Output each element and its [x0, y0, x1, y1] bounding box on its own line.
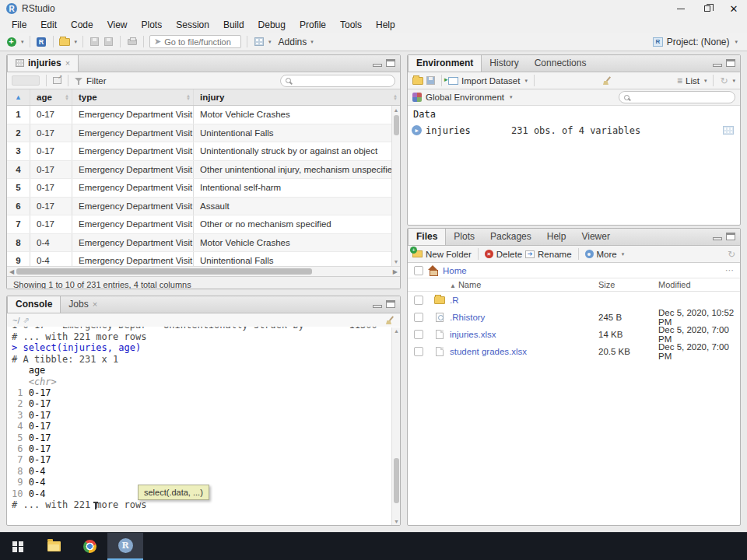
- file-checkbox[interactable]: [414, 313, 423, 322]
- menu-edit[interactable]: Edit: [33, 17, 64, 33]
- environment-entry[interactable]: ▶injuries231 obs. of 4 variables: [408, 122, 740, 138]
- print-button[interactable]: [126, 36, 138, 47]
- taskbar-file-explorer[interactable]: [36, 533, 72, 560]
- refresh-dropdown[interactable]: ▾: [732, 78, 735, 84]
- scroll-right-icon[interactable]: ▶: [393, 268, 398, 275]
- rename-button[interactable]: ➔ Rename: [525, 250, 571, 259]
- menu-code[interactable]: Code: [64, 17, 100, 33]
- taskbar-chrome[interactable]: [72, 533, 107, 560]
- refresh-files-icon[interactable]: ↻: [728, 249, 735, 260]
- column-header-size[interactable]: Size: [598, 280, 658, 289]
- tab-console[interactable]: Console: [7, 296, 61, 313]
- menu-debug[interactable]: Debug: [251, 17, 293, 33]
- column-header-injury[interactable]: injury▲▼: [194, 89, 400, 105]
- menu-profile[interactable]: Profile: [293, 17, 333, 33]
- list-view-dropdown[interactable]: ▾: [704, 78, 707, 84]
- file-name-link[interactable]: .R: [450, 296, 459, 305]
- scroll-up-icon[interactable]: ▲: [394, 328, 399, 334]
- column-header-name[interactable]: ▲Name: [450, 280, 598, 289]
- menu-session[interactable]: Session: [169, 17, 216, 33]
- console-output[interactable]: 1 0-17 Emergency Depar~ Unintentionally …: [7, 327, 400, 509]
- menu-tools[interactable]: Tools: [333, 17, 369, 33]
- goto-directory-icon[interactable]: ⇗: [23, 316, 29, 324]
- tab-viewer[interactable]: Viewer: [573, 228, 617, 245]
- file-checkbox[interactable]: [414, 330, 423, 339]
- scope-dropdown-caret[interactable]: ▾: [510, 94, 513, 100]
- menu-plots[interactable]: Plots: [135, 17, 170, 33]
- file-name-link[interactable]: injuries.xlsx: [450, 330, 496, 339]
- column-header-modified[interactable]: Modified: [658, 280, 740, 289]
- breadcrumb-home-link[interactable]: Home: [443, 266, 467, 275]
- import-dataset-dropdown[interactable]: ▾: [524, 78, 528, 84]
- open-in-window-icon[interactable]: [53, 77, 61, 84]
- save-workspace-icon[interactable]: [426, 76, 435, 85]
- file-checkbox[interactable]: [414, 347, 423, 356]
- clear-environment-icon[interactable]: [603, 76, 612, 85]
- open-file-dropdown[interactable]: ▾: [75, 39, 78, 45]
- scrollbar-thumb[interactable]: [16, 268, 312, 275]
- tab-help[interactable]: Help: [539, 228, 574, 245]
- scrollbar-thumb[interactable]: [394, 115, 399, 135]
- addins-button[interactable]: Addins: [279, 37, 307, 47]
- tab-jobs[interactable]: Jobs×: [61, 296, 105, 313]
- scrollbar-thumb[interactable]: [394, 458, 399, 503]
- clear-console-icon[interactable]: [386, 316, 395, 324]
- new-file-dropdown[interactable]: ▾: [21, 39, 24, 45]
- save-button[interactable]: [89, 36, 100, 47]
- open-file-button[interactable]: [59, 36, 71, 47]
- viewer-search-input[interactable]: [294, 76, 384, 86]
- goto-file-input[interactable]: [164, 37, 234, 47]
- tab-files[interactable]: Files: [408, 228, 446, 245]
- close-tab-icon[interactable]: ×: [93, 296, 97, 313]
- column-header-age[interactable]: age▲▼: [30, 89, 72, 105]
- viewer-vertical-scrollbar[interactable]: ▲ ▼: [391, 106, 400, 266]
- minimize-pane-button[interactable]: [373, 64, 382, 67]
- load-workspace-icon[interactable]: [412, 77, 423, 85]
- close-tab-icon[interactable]: ×: [65, 54, 70, 72]
- path-options-icon[interactable]: ⋯: [725, 265, 734, 275]
- delete-button[interactable]: × Delete: [485, 250, 522, 259]
- minimize-pane-button[interactable]: [713, 237, 722, 240]
- menu-file[interactable]: File: [5, 17, 33, 33]
- minimize-pane-button[interactable]: [713, 64, 722, 67]
- column-header-type[interactable]: type▲▼: [72, 89, 194, 105]
- taskbar-rstudio[interactable]: R: [107, 533, 143, 560]
- maximize-pane-button[interactable]: [386, 59, 395, 67]
- minimize-button[interactable]: [668, 0, 694, 17]
- file-name-link[interactable]: .Rhistory: [450, 313, 485, 322]
- tab-environment[interactable]: Environment: [408, 54, 482, 72]
- file-checkbox[interactable]: [414, 296, 423, 305]
- scroll-left-icon[interactable]: ◀: [9, 268, 14, 275]
- scroll-down-icon[interactable]: ▼: [394, 519, 399, 524]
- view-table-icon[interactable]: [723, 126, 734, 135]
- new-file-button[interactable]: +: [5, 36, 17, 47]
- environment-search-input[interactable]: [633, 93, 724, 102]
- tab-history[interactable]: History: [482, 54, 526, 72]
- tab-plots[interactable]: Plots: [446, 228, 482, 245]
- pane-layout-dropdown[interactable]: ▾: [268, 39, 272, 45]
- select-all-checkbox[interactable]: [414, 266, 423, 275]
- menu-build[interactable]: Build: [216, 17, 251, 33]
- restore-button[interactable]: [694, 0, 721, 17]
- viewer-horizontal-scrollbar[interactable]: ◀ ▶: [7, 266, 400, 276]
- expand-object-icon[interactable]: ▶: [412, 125, 422, 135]
- import-dataset-button[interactable]: Import Dataset: [461, 76, 520, 86]
- save-all-button[interactable]: [103, 36, 114, 47]
- scroll-down-icon[interactable]: ▼: [394, 259, 399, 264]
- menu-view[interactable]: View: [100, 17, 135, 33]
- new-project-button[interactable]: R: [36, 36, 47, 47]
- tab-packages[interactable]: Packages: [482, 228, 539, 245]
- refresh-icon[interactable]: ↻: [720, 75, 728, 86]
- tab-connections[interactable]: Connections: [527, 54, 594, 72]
- tab-injuries[interactable]: injuries ×: [7, 54, 79, 72]
- console-scrollbar[interactable]: ▲ ▼: [391, 327, 400, 525]
- scroll-up-icon[interactable]: ▲: [394, 107, 399, 113]
- project-selector[interactable]: R Project: (None) ▾: [653, 37, 747, 47]
- new-folder-button[interactable]: New Folder: [412, 250, 472, 259]
- maximize-pane-button[interactable]: [726, 233, 735, 240]
- menu-help[interactable]: Help: [369, 17, 402, 33]
- file-name-link[interactable]: student grades.xlsx: [450, 347, 527, 356]
- start-button[interactable]: [0, 533, 36, 560]
- pane-layout-button[interactable]: [253, 36, 265, 47]
- filter-button[interactable]: Filter: [86, 76, 107, 86]
